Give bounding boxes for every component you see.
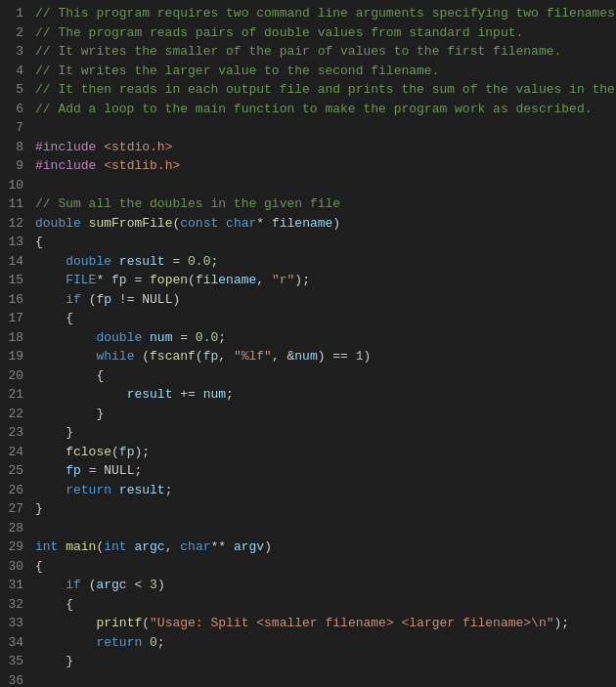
token-param: num [203, 387, 226, 402]
token-keyword: return [96, 635, 142, 650]
token-keyword: char [180, 539, 210, 554]
token-string: "Usage: Split <smaller filename> <larger… [150, 616, 553, 630]
token-plain [218, 216, 226, 231]
code-line: // It writes the smaller of the pair of … [35, 42, 608, 62]
code-line: if (argc < 3) [35, 576, 608, 595]
code-line [35, 671, 608, 688]
token-keyword: while [96, 349, 134, 364]
token-plain: ( [142, 616, 150, 630]
line-number: 34 [8, 633, 23, 653]
code-line: FILE* fp = fopen(filename, "r"); [35, 271, 608, 290]
token-plain: ( [111, 445, 119, 459]
code-line: double result = 0.0; [35, 252, 608, 272]
line-number: 27 [8, 499, 23, 519]
token-comment: // Add a loop to the main function to ma… [35, 102, 593, 116]
token-plain: ( [81, 578, 97, 592]
token-function: fopen [150, 273, 188, 287]
code-line: int main(int argc, char** argv) [35, 537, 608, 557]
token-plain: = [127, 273, 150, 287]
token-plain [35, 483, 66, 497]
token-comment: // It then reads in each output file and… [35, 82, 616, 97]
token-plain [35, 578, 66, 592]
line-number: 24 [8, 443, 23, 462]
token-macro: #include [35, 158, 96, 173]
token-plain: } [35, 501, 43, 516]
code-line: } [35, 423, 608, 443]
code-line: // Sum all the doubles in the given file [35, 194, 608, 214]
code-line [35, 118, 608, 138]
line-number: 19 [8, 347, 23, 366]
code-line: // This program requires two command lin… [35, 4, 608, 23]
token-param: fp [203, 349, 219, 364]
token-plain [35, 445, 66, 459]
code-line: { [35, 309, 608, 328]
token-plain: ( [134, 349, 150, 364]
token-function: fclose [66, 445, 111, 459]
token-param: fp [66, 463, 81, 478]
token-plain [35, 254, 66, 269]
line-number: 23 [8, 423, 23, 443]
token-type: double [66, 254, 111, 269]
token-function: printf [96, 616, 142, 630]
code-line: // It writes the larger value to the sec… [35, 62, 608, 81]
token-comment: // Sum all the doubles in the given file [35, 196, 340, 211]
line-number: 13 [8, 233, 23, 252]
line-number: 22 [8, 405, 23, 424]
token-param: num [150, 330, 172, 345]
token-keyword: return [66, 483, 111, 497]
line-number: 26 [8, 481, 23, 500]
line-number: 5 [8, 80, 23, 100]
token-param: filename [272, 216, 332, 231]
token-plain [111, 483, 119, 497]
token-type: FILE [66, 273, 96, 287]
token-plain: ( [188, 273, 196, 287]
line-number: 29 [8, 537, 23, 557]
line-number: 35 [8, 652, 23, 671]
line-number: 7 [8, 118, 23, 138]
token-comment: // It writes the smaller of the pair of … [35, 44, 561, 59]
token-param: fp [96, 292, 111, 307]
token-function: main [66, 539, 96, 554]
token-keyword: int [104, 539, 126, 554]
token-param: filename [196, 273, 256, 287]
token-keyword: int [35, 539, 58, 554]
line-number: 8 [8, 138, 23, 157]
token-keyword: if [66, 292, 81, 307]
token-plain: < [127, 578, 150, 592]
code-line [35, 519, 608, 538]
code-line [35, 176, 608, 195]
token-plain [35, 387, 127, 402]
token-param: result [119, 254, 165, 269]
token-plain: = [165, 254, 188, 269]
line-number: 2 [8, 23, 23, 43]
code-line: fp = NULL; [35, 461, 608, 481]
token-plain: { [35, 368, 104, 383]
token-plain: , & [272, 349, 294, 364]
token-plain: { [35, 597, 73, 612]
token-plain: ) [364, 349, 372, 364]
token-comment: // It writes the larger value to the sec… [35, 64, 439, 78]
line-number: 30 [8, 557, 23, 577]
token-function: fscanf [150, 349, 196, 364]
code-line: } [35, 499, 608, 519]
line-numbers: 1234567891011121314151617181920212223242… [0, 4, 35, 687]
line-number: 3 [8, 42, 23, 62]
token-plain: { [35, 235, 43, 249]
line-number: 6 [8, 100, 23, 119]
token-plain: ); [134, 445, 150, 459]
token-param: num [294, 349, 317, 364]
line-number: 21 [8, 385, 23, 405]
line-number: 18 [8, 328, 23, 348]
code-line: double sumFromFile(const char* filename) [35, 214, 608, 234]
code-line: #include <stdio.h> [35, 138, 608, 157]
code-line: { [35, 366, 608, 386]
token-include-path: <stdio.h> [104, 140, 172, 154]
token-plain: += [172, 387, 202, 402]
token-plain: { [35, 311, 73, 325]
token-plain: } [35, 407, 104, 421]
token-plain: ; [157, 635, 165, 650]
code-line: { [35, 595, 608, 615]
token-type: double [96, 330, 142, 345]
token-param: fp [119, 445, 135, 459]
code-line: if (fp != NULL) [35, 290, 608, 310]
